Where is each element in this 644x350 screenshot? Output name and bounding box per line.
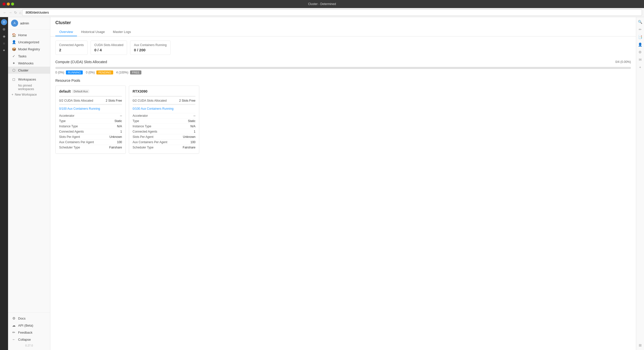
compute-title: Compute (CUDA) Slots Allocated xyxy=(55,60,107,64)
tasks-icon: ✓ xyxy=(12,54,16,58)
pending-badge: PENDING xyxy=(96,70,113,74)
pool-detail-value: Static xyxy=(114,119,122,123)
pool-detail-row: Scheduler Type Fairshare xyxy=(133,145,195,150)
pool-detail-label: Accelerator xyxy=(59,114,74,118)
pool-detail-label: Connected Agents xyxy=(59,130,84,133)
sidebar-item-model-registry[interactable]: 📦 Model Registry xyxy=(8,46,50,53)
progress-bar xyxy=(55,67,631,69)
pool-card-rtx3090: RTX3090 0/2 CUDA Slots Allocated 2 Slots… xyxy=(129,86,199,154)
mail-icon[interactable]: ✉ xyxy=(637,57,643,62)
search-icon[interactable]: 🔍 xyxy=(637,19,643,25)
pool-detail-row: Scheduler Type Fairshare xyxy=(59,145,122,150)
pool-detail-row: Type Static xyxy=(59,118,122,124)
sidebar-item-api-beta[interactable]: ☁ API (Beta) xyxy=(8,322,50,329)
pool-aux-label: 0/100 Aux Containers Running xyxy=(133,107,195,110)
icon-bar-item[interactable]: ◈ xyxy=(1,33,7,39)
add-icon: + xyxy=(12,93,13,96)
forward-button[interactable]: → xyxy=(8,10,13,15)
free-bar xyxy=(55,67,631,69)
icon-bar: D ⊕ ◈ ○ ✦ xyxy=(0,17,8,350)
tabs: Overview Historical Usage Master Logs xyxy=(55,28,631,36)
compute-section-header: Compute (CUDA) Slots Allocated 0/4 (0.00… xyxy=(55,60,631,64)
compute-meta: 0/4 (0.00%) xyxy=(615,60,631,64)
sidebar-item-docs[interactable]: ⚙ Docs xyxy=(8,315,50,322)
no-pinned-workspaces: No pinned workspaces xyxy=(8,83,50,92)
running-label: 0 (0%) RUNNING xyxy=(55,70,83,74)
pool-detail-row: Slots Per Agent Unknown xyxy=(133,134,195,139)
sidebar-item-collapse[interactable]: ← Collapse xyxy=(8,336,50,343)
sidebar-item-uncategorized[interactable]: 👤 Uncategorized xyxy=(8,38,50,46)
pool-cuda-stat: 0/2 CUDA Slots Allocated 2 Slots Free xyxy=(59,99,122,102)
pool-detail-row: Connected Agents 1 xyxy=(133,129,195,134)
sidebar-item-home[interactable]: 🏠 Home xyxy=(8,31,50,38)
sidebar-bottom: ⚙ Docs ☁ API (Beta) ✏ Feedback ← Collaps… xyxy=(8,313,50,350)
cuda-slots-card: CUDA Slots Allocated 0 / 4 xyxy=(91,41,127,55)
settings-icon[interactable]: ⚙ xyxy=(637,49,643,55)
avatar: A xyxy=(11,20,18,27)
browser-toolbar: ← → ↻ ⌂ xyxy=(0,8,644,17)
user-icon[interactable]: 👤 xyxy=(637,42,643,47)
pool-detail-value: -- xyxy=(120,114,122,118)
sidebar-item-label: Workspaces xyxy=(18,77,36,81)
sidebar-item-label: Webhooks xyxy=(18,61,33,65)
home-button[interactable]: ⌂ xyxy=(18,10,22,15)
pool-aux-progress xyxy=(133,104,195,105)
edit-icon[interactable]: ✏ xyxy=(637,27,643,32)
pool-detail-label: Aux Containers Per Agent xyxy=(133,140,167,144)
free-label: 4 (100%) FREE xyxy=(116,70,142,74)
sidebar-item-cluster[interactable]: ⬡ Cluster xyxy=(8,67,50,74)
sidebar-item-label: Home xyxy=(18,33,27,37)
sidebar-item-feedback[interactable]: ✏ Feedback xyxy=(8,329,50,336)
tab-overview[interactable]: Overview xyxy=(55,28,77,36)
refresh-button[interactable]: ↻ xyxy=(13,10,18,15)
progress-labels: 0 (0%) RUNNING 0 (0%) PENDING 4 (100%) F… xyxy=(55,70,631,74)
pool-detail-row: Connected Agents 1 xyxy=(59,129,122,134)
sidebar-item-label: Feedback xyxy=(18,331,32,334)
sidebar-item-workspaces[interactable]: ◻ Workspaces xyxy=(8,76,50,83)
screenshot-icon[interactable]: ⊞ xyxy=(637,342,643,348)
pool-detail-label: Accelerator xyxy=(133,114,148,118)
restore-button[interactable] xyxy=(11,3,14,6)
address-bar[interactable] xyxy=(22,9,642,16)
minimize-button[interactable] xyxy=(7,3,10,6)
sidebar-user[interactable]: A admin xyxy=(11,20,47,27)
model-registry-icon: 📦 xyxy=(12,47,16,51)
sidebar-item-label: Docs xyxy=(18,317,26,320)
pool-detail-value: N/A xyxy=(190,125,195,128)
sidebar-item-label: Model Registry xyxy=(18,47,40,51)
icon-bar-item[interactable]: ⊕ xyxy=(1,26,7,32)
aux-containers-card: Aux Containers Running 0 / 200 xyxy=(130,41,170,55)
add-icon[interactable]: + xyxy=(637,64,643,70)
icon-bar-item[interactable]: ○ xyxy=(1,40,7,46)
sidebar-nav: 🏠 Home 👤 Uncategorized 📦 Model Registry … xyxy=(8,29,50,313)
pool-detail-value: N/A xyxy=(117,125,122,128)
new-workspace-button[interactable]: + New Workspace xyxy=(8,92,50,97)
icon-bar-item[interactable]: ✦ xyxy=(1,47,7,53)
connected-agents-card: Connected Agents 2 xyxy=(55,41,88,55)
app-logo[interactable]: D xyxy=(1,19,7,25)
back-button[interactable]: ← xyxy=(2,10,8,15)
tab-master-logs[interactable]: Master Logs xyxy=(109,28,135,36)
tab-historical-usage[interactable]: Historical Usage xyxy=(77,28,109,36)
pool-detail-row: Instance Type N/A xyxy=(133,124,195,129)
connected-agents-label: Connected Agents xyxy=(59,43,84,47)
sidebar-item-tasks[interactable]: ✓ Tasks xyxy=(8,53,50,60)
pool-cuda-progress xyxy=(59,96,122,97)
aux-containers-label: Aux Containers Running xyxy=(134,43,167,47)
sidebar-item-webhooks[interactable]: ✦ Webhooks xyxy=(8,60,50,67)
running-badge: RUNNING xyxy=(66,70,83,74)
close-button[interactable] xyxy=(3,3,6,6)
cluster-icon: ⬡ xyxy=(12,68,16,72)
workspaces-icon: ◻ xyxy=(12,77,16,81)
pool-detail-row: Accelerator -- xyxy=(59,113,122,118)
aux-containers-value: 0 / 200 xyxy=(134,48,167,52)
no-pinned-label: No pinned workspaces xyxy=(18,84,34,91)
pool-detail-row: Accelerator -- xyxy=(133,113,195,118)
bookmark-icon[interactable]: 📑 xyxy=(637,34,643,40)
pool-detail-label: Scheduler Type xyxy=(59,146,80,149)
pool-cuda-label: 0/2 CUDA Slots Allocated xyxy=(59,99,93,102)
pool-detail-value: 100 xyxy=(117,140,122,144)
pool-name: RTX3090 xyxy=(133,89,147,93)
pool-detail-label: Slots Per Agent xyxy=(133,135,153,139)
pool-aux-progress xyxy=(59,104,122,105)
